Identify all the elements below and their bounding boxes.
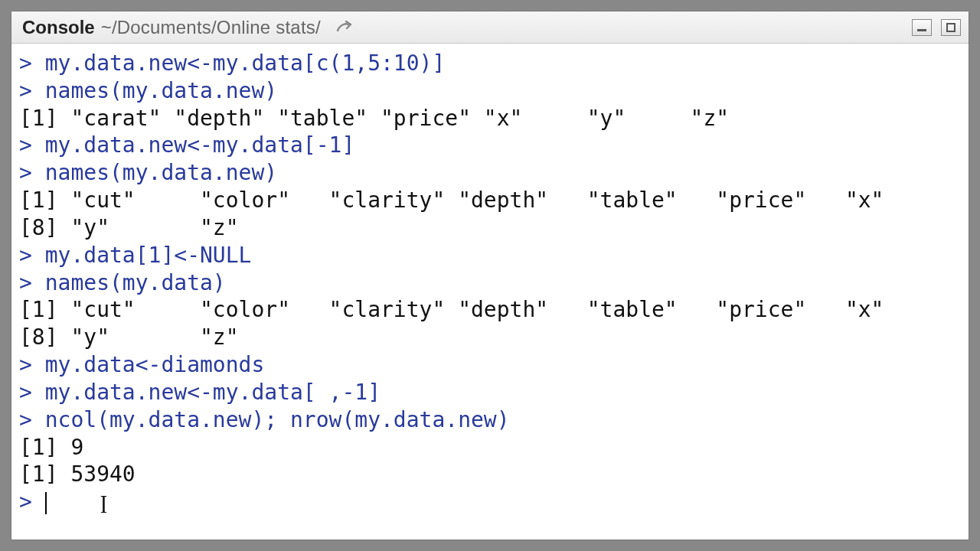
console-path-label: ~/Documents/Online stats/	[101, 17, 321, 38]
prompt-symbol: >	[19, 352, 45, 377]
console-output-line: [1] "carat" "depth" "table" "price" "x" …	[19, 105, 965, 132]
console-command-line: > my.data.new<-my.data[-1]	[19, 132, 965, 159]
console-output-line: [1] "cut" "color" "clarity" "depth" "tab…	[19, 296, 965, 324]
console-command-line: > names(my.data.new)	[19, 77, 965, 105]
popout-arrow-icon[interactable]	[333, 17, 354, 38]
console-command-line: > my.data<-diamonds	[19, 351, 965, 379]
prompt-symbol: >	[19, 51, 45, 76]
command-text: my.data[1]<-NULL	[45, 243, 252, 268]
command-text: ncol(my.data.new); nrow(my.data.new)	[45, 407, 510, 432]
console-pane: Console ~/Documents/Online stats/ > my.d…	[11, 11, 969, 540]
console-title-label: Console	[22, 17, 95, 38]
prompt-symbol: >	[19, 489, 45, 514]
prompt-symbol: >	[19, 78, 45, 103]
console-command-line: > ncol(my.data.new); nrow(my.data.new)	[19, 406, 965, 434]
console-output-line: [8] "y" "z"	[19, 324, 965, 351]
output-text: [1] 53940	[19, 461, 136, 487]
command-text: names(my.data)	[45, 270, 226, 295]
prompt-symbol: >	[19, 270, 45, 295]
console-output-line: [1] "cut" "color" "clarity" "depth" "tab…	[19, 187, 965, 214]
output-text: [1] "cut" "color" "clarity" "depth" "tab…	[19, 187, 884, 213]
minimize-button[interactable]	[912, 19, 932, 36]
console-command-line: > my.data.new<-my.data[c(1,5:10)]	[19, 50, 965, 77]
output-text: [1] "cut" "color" "clarity" "depth" "tab…	[19, 297, 884, 322]
command-text: names(my.data.new)	[45, 78, 277, 103]
output-text: [8] "y" "z"	[19, 324, 239, 350]
prompt-symbol: >	[19, 132, 45, 158]
command-text: my.data<-diamonds	[45, 352, 265, 377]
text-cursor	[45, 492, 47, 514]
console-output-line: [1] 9	[19, 434, 965, 461]
prompt-symbol: >	[19, 243, 45, 268]
console-input-line[interactable]: > I	[19, 488, 965, 516]
command-text: my.data.new<-my.data[-1]	[45, 132, 355, 158]
console-command-line: > names(my.data)	[19, 269, 965, 297]
output-text: [1] 9	[19, 435, 83, 460]
console-command-line: > my.data[1]<-NULL	[19, 242, 965, 269]
output-text: [8] "y" "z"	[19, 215, 239, 240]
console-command-line: > my.data.new<-my.data[ ,-1]	[19, 379, 965, 406]
prompt-symbol: >	[19, 407, 45, 432]
prompt-symbol: >	[19, 160, 45, 185]
command-text: names(my.data.new)	[45, 160, 277, 185]
ibeam-cursor-icon: I	[100, 488, 107, 521]
console-output-line: [8] "y" "z"	[19, 214, 965, 242]
console-output-line: [1] 53940	[19, 461, 965, 488]
console-titlebar: Console ~/Documents/Online stats/	[11, 11, 969, 44]
maximize-button[interactable]	[941, 19, 961, 36]
prompt-symbol: >	[19, 380, 45, 405]
console-output-area[interactable]: > my.data.new<-my.data[c(1,5:10)]> names…	[11, 44, 969, 540]
console-command-line: > names(my.data.new)	[19, 159, 965, 187]
command-text: my.data.new<-my.data[c(1,5:10)]	[45, 51, 446, 76]
command-text: my.data.new<-my.data[ ,-1]	[45, 380, 381, 405]
output-text: [1] "carat" "depth" "table" "price" "x" …	[19, 106, 729, 131]
